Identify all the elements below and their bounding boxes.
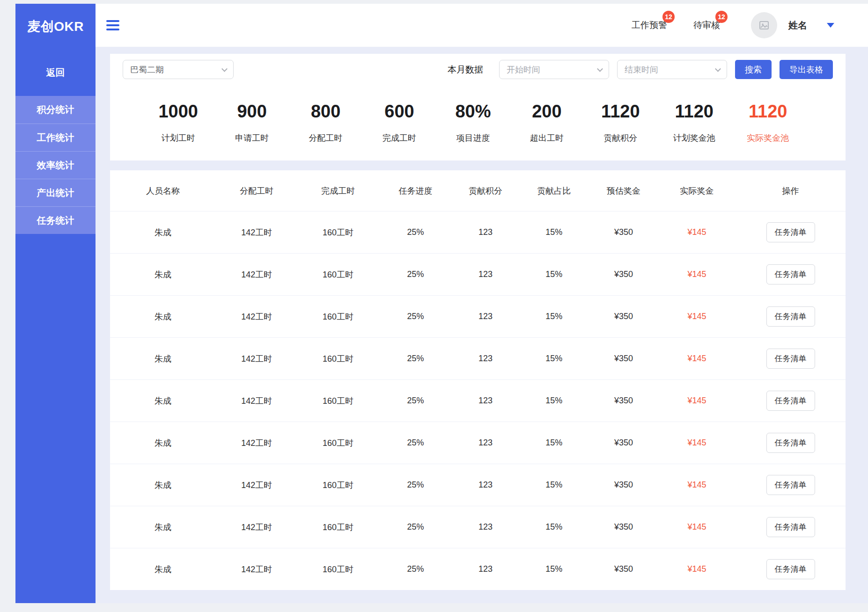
hamburger-menu-icon[interactable]: [106, 20, 119, 30]
task-list-button[interactable]: 任务清单: [766, 349, 815, 369]
stat-card: 1000 计划工时: [141, 102, 215, 144]
cell-task-progress: 25%: [379, 396, 452, 406]
end-time-select[interactable]: 结束时间: [617, 60, 727, 79]
user-avatar[interactable]: [751, 12, 777, 38]
task-list-button[interactable]: 任务清单: [766, 391, 815, 411]
stat-value: 1120: [657, 102, 731, 120]
cell-task-progress: 25%: [379, 354, 452, 364]
task-list-button[interactable]: 任务清单: [766, 306, 815, 327]
task-list-button[interactable]: 任务清单: [766, 559, 815, 579]
app-window: 麦创OKR 返回 积分统计 工作统计 效率统计 产出统计: [15, 4, 868, 603]
sidebar-item[interactable]: 任务统计: [15, 206, 96, 234]
cell-task-progress: 25%: [379, 270, 452, 279]
cell-task-progress: 25%: [379, 564, 452, 574]
cell-contribution-points: 123: [452, 227, 519, 237]
column-header: 操作: [736, 185, 846, 197]
cell-completed-hours: 160工时: [297, 437, 379, 449]
project-select-value: 巴蜀二期: [130, 64, 164, 75]
cell-contribution-share: 15%: [519, 227, 589, 237]
table-row: 朱成 142工时 160工时 25% 123 15% ¥350 ¥145 任务清…: [110, 379, 846, 422]
sidebar-item[interactable]: 积分统计: [15, 96, 96, 124]
cell-name: 朱成: [110, 395, 216, 407]
cell-allocated-hours: 142工时: [216, 227, 297, 238]
sidebar-item[interactable]: 效率统计: [15, 151, 96, 179]
notification-count-badge: 12: [715, 11, 728, 23]
cell-completed-hours: 160工时: [297, 522, 379, 533]
stat-label: 申请工时: [215, 132, 288, 144]
cell-estimated-bonus: ¥350: [589, 438, 658, 448]
cell-contribution-share: 15%: [519, 480, 589, 490]
task-list-button[interactable]: 任务清单: [766, 475, 815, 495]
user-name[interactable]: 姓名: [788, 19, 807, 32]
stat-label: 计划工时: [141, 132, 215, 144]
cell-estimated-bonus: ¥350: [589, 480, 658, 490]
cell-allocated-hours: 142工时: [216, 437, 297, 449]
cell-completed-hours: 160工时: [297, 227, 379, 238]
notification-link[interactable]: 待审核 12: [693, 19, 720, 31]
export-table-button[interactable]: 导出表格: [780, 60, 833, 79]
stats-row: 1000 计划工时 900 申请工时 800 分配工时: [123, 102, 833, 144]
staff-table: 人员名称 分配工时 完成工时 任务进度 贡献积分 贡献占比 预估奖金 实际奖金 …: [110, 170, 846, 590]
main-area: 工作预警 12 待审核 12: [96, 4, 868, 603]
column-header: 人员名称: [110, 185, 216, 197]
cell-allocated-hours: 142工时: [216, 522, 297, 533]
column-header: 分配工时: [216, 185, 297, 197]
filter-bar: 巴蜀二期 本月数据 开始时间 结束时间 搜索 导出表格: [123, 60, 833, 79]
cell-name: 朱成: [110, 227, 216, 238]
cell-contribution-share: 15%: [519, 564, 589, 574]
sidebar-item[interactable]: 产出统计: [15, 179, 96, 206]
project-select[interactable]: 巴蜀二期: [123, 60, 234, 79]
column-header: 贡献占比: [519, 185, 589, 197]
stat-card: 600 完成工时: [362, 102, 436, 144]
table-body: 朱成 142工时 160工时 25% 123 15% ¥350 ¥145 任务清…: [110, 211, 846, 590]
stat-label: 项目进度: [436, 132, 510, 144]
stat-card: 200 超出工时: [510, 102, 583, 144]
table-row: 朱成 142工时 160工时 25% 123 15% ¥350 ¥145 任务清…: [110, 295, 846, 337]
cell-estimated-bonus: ¥350: [589, 227, 658, 237]
cell-name: 朱成: [110, 480, 216, 491]
summary-panel: 巴蜀二期 本月数据 开始时间 结束时间 搜索 导出表格: [110, 54, 846, 160]
cell-contribution-points: 123: [452, 354, 519, 364]
search-button[interactable]: 搜索: [735, 60, 772, 79]
task-list-button[interactable]: 任务清单: [766, 517, 815, 537]
end-time-placeholder: 结束时间: [625, 64, 658, 75]
column-header: 贡献积分: [452, 185, 519, 197]
image-placeholder-icon: [758, 20, 770, 31]
cell-name: 朱成: [110, 269, 216, 280]
cell-contribution-points: 123: [452, 396, 519, 406]
cell-contribution-points: 123: [452, 270, 519, 279]
cell-actual-bonus: ¥145: [658, 480, 736, 490]
content-area: 巴蜀二期 本月数据 开始时间 结束时间 搜索 导出表格: [96, 47, 868, 603]
task-list-button[interactable]: 任务清单: [766, 433, 815, 453]
table-row: 朱成 142工时 160工时 25% 123 15% ¥350 ¥145 任务清…: [110, 253, 846, 295]
stat-value: 1000: [141, 102, 215, 120]
sidebar-item[interactable]: 工作统计: [15, 124, 96, 151]
column-header: 实际奖金: [658, 185, 736, 197]
cell-name: 朱成: [110, 311, 216, 322]
cell-completed-hours: 160工时: [297, 480, 379, 491]
cell-completed-hours: 160工时: [297, 564, 379, 575]
stat-card: 1120 实际奖金池: [731, 102, 805, 144]
stat-label: 计划奖金池: [657, 132, 731, 144]
back-button[interactable]: 返回: [15, 50, 96, 96]
cell-task-progress: 25%: [379, 480, 452, 490]
table-row: 朱成 142工时 160工时 25% 123 15% ¥350 ¥145 任务清…: [110, 548, 846, 590]
user-menu-caret-icon[interactable]: [827, 23, 834, 28]
column-header: 预估奖金: [589, 185, 658, 197]
sidebar-item-label: 任务统计: [37, 214, 74, 227]
task-list-button[interactable]: 任务清单: [766, 264, 815, 284]
cell-actual-bonus: ¥145: [658, 564, 736, 574]
sidebar-menu: 积分统计 工作统计 效率统计 产出统计 任务统计: [15, 96, 96, 234]
cell-name: 朱成: [110, 353, 216, 364]
stat-value: 1120: [731, 102, 805, 120]
start-time-select[interactable]: 开始时间: [499, 60, 609, 79]
task-list-button[interactable]: 任务清单: [766, 222, 815, 242]
chevron-down-icon: [597, 66, 603, 72]
table-row: 朱成 142工时 160工时 25% 123 15% ¥350 ¥145 任务清…: [110, 211, 846, 253]
stat-card: 900 申请工时: [215, 102, 288, 144]
stat-card: 1120 贡献积分: [584, 102, 657, 144]
table-header-row: 人员名称 分配工时 完成工时 任务进度 贡献积分 贡献占比 预估奖金 实际奖金 …: [110, 170, 846, 211]
notification-label: 工作预警: [632, 20, 667, 30]
notification-link[interactable]: 工作预警 12: [632, 19, 667, 31]
cell-actual-bonus: ¥145: [658, 227, 736, 237]
